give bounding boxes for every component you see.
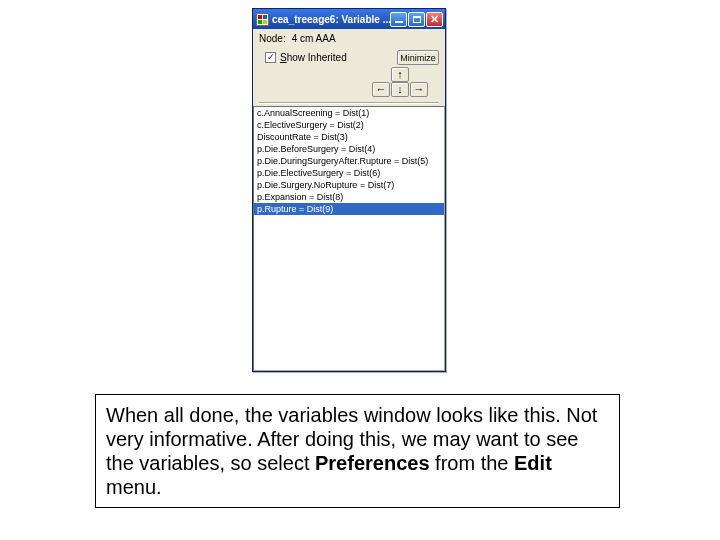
caption-text: menu. — [106, 476, 162, 498]
arrow-right-icon: → — [414, 84, 425, 95]
list-item[interactable]: p.Rupture = Dist(9) — [254, 203, 444, 215]
caption-edit: Edit — [514, 452, 552, 474]
nav-up-button[interactable]: ↑ — [391, 67, 409, 82]
window-buttons: ✕ — [390, 12, 443, 27]
window-title: cea_treeage6: Variable ... — [272, 14, 390, 25]
list-item[interactable]: DiscountRate = Dist(3) — [254, 131, 444, 143]
nav-left-button[interactable]: ← — [372, 82, 390, 97]
close-icon: ✕ — [430, 14, 439, 25]
titlebar[interactable]: cea_treeage6: Variable ... ✕ — [253, 9, 445, 29]
arrow-left-icon: ← — [376, 84, 387, 95]
show-inherited-label: Show Inherited — [280, 52, 347, 63]
caption-line: When all done, the variables window look… — [106, 404, 518, 426]
arrow-up-icon: ↑ — [397, 69, 403, 80]
list-item[interactable]: p.Die.Surgery.NoRupture = Dist(7) — [254, 179, 444, 191]
node-label: Node: — [259, 33, 286, 44]
list-item[interactable]: p.Expansion = Dist(8) — [254, 191, 444, 203]
caption: When all done, the variables window look… — [95, 394, 620, 508]
list-item[interactable]: p.Die.DuringSurgeryAfter.Rupture = Dist(… — [254, 155, 444, 167]
nav-down-button[interactable]: ↓ — [391, 82, 409, 97]
variables-list[interactable]: c.AnnualScreening = Dist(1) c.ElectiveSu… — [253, 106, 445, 371]
list-item[interactable]: p.Die.BeforeSurgery = Dist(4) — [254, 143, 444, 155]
maximize-button[interactable] — [408, 12, 425, 27]
nav-right-button[interactable]: → — [410, 82, 428, 97]
checkbox-icon: ✓ — [265, 52, 276, 63]
caption-preferences: Preferences — [315, 452, 430, 474]
list-item[interactable]: p.Die.ElectiveSurgery = Dist(6) — [254, 167, 444, 179]
divider — [259, 102, 439, 104]
minimize-button[interactable] — [390, 12, 407, 27]
list-item[interactable]: c.AnnualScreening = Dist(1) — [254, 107, 444, 119]
variables-window: cea_treeage6: Variable ... ✕ Node: 4 cm … — [252, 8, 446, 372]
arrow-down-icon: ↓ — [397, 84, 403, 95]
close-button[interactable]: ✕ — [426, 12, 443, 27]
nav-cluster: Minimize ↑ ← ↓ → — [361, 50, 439, 98]
list-item[interactable]: c.ElectiveSurgery = Dist(2) — [254, 119, 444, 131]
minimize-panel-button[interactable]: Minimize — [397, 50, 439, 65]
node-value: 4 cm AAA — [292, 33, 336, 44]
toolbar: Node: 4 cm AAA ✓ Show Inherited Minimize… — [253, 29, 445, 106]
show-inherited-checkbox[interactable]: ✓ Show Inherited — [265, 52, 347, 63]
node-row: Node: 4 cm AAA — [259, 33, 439, 44]
caption-text: from the — [430, 452, 514, 474]
app-icon — [256, 13, 269, 26]
